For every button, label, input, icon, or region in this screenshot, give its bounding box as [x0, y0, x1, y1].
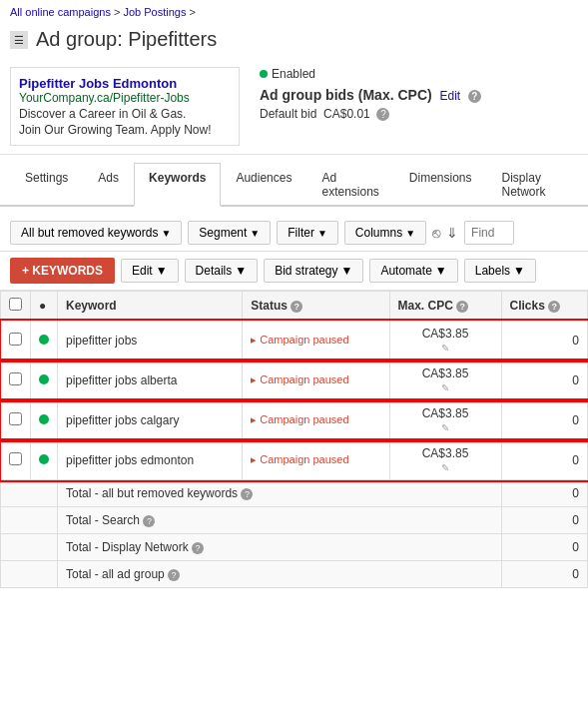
- select-all-checkbox[interactable]: [9, 298, 22, 311]
- bid-strategy-btn[interactable]: Bid strategy ▼: [264, 259, 363, 283]
- header-dot-cell: ●: [31, 292, 58, 321]
- row-checkbox-cell: [1, 400, 31, 440]
- tab-ads[interactable]: Ads: [83, 163, 134, 207]
- cpc-value: CA$3.85: [422, 366, 469, 380]
- cpc-value: CA$3.85: [422, 446, 469, 460]
- row-clicks: 0: [501, 321, 587, 360]
- campaign-paused-label: Campaign paused: [260, 453, 348, 465]
- row-clicks: 0: [501, 400, 587, 440]
- total-empty: [1, 480, 58, 507]
- clicks-header-help-icon[interactable]: ?: [548, 301, 560, 313]
- row-checkbox-cell: [1, 321, 31, 360]
- adgroup-icon: ☰: [10, 31, 28, 49]
- header-checkbox-cell: [1, 292, 31, 321]
- row-dot-cell: [31, 400, 58, 440]
- cpc-edit-icon[interactable]: ✎: [441, 382, 449, 393]
- bid-strategy-caret-icon: ▼: [341, 264, 353, 278]
- total-clicks: 0: [501, 534, 587, 561]
- row-checkbox-cell: [1, 440, 31, 480]
- labels-caret-icon: ▼: [513, 264, 525, 278]
- total-help-icon[interactable]: ?: [241, 488, 253, 500]
- default-bid-help-icon[interactable]: ?: [376, 108, 389, 121]
- breadcrumb-link-job-postings[interactable]: Job Postings: [123, 6, 186, 18]
- enabled-dot: [260, 70, 268, 78]
- segment-btn[interactable]: Segment ▼: [188, 221, 271, 245]
- columns-caret-icon: ▼: [405, 228, 415, 239]
- bids-help-icon[interactable]: ?: [468, 90, 481, 103]
- chart-icon[interactable]: ⎋: [432, 225, 440, 241]
- add-keywords-button[interactable]: + KEYWORDS: [10, 258, 115, 284]
- row-status-dot: [39, 374, 49, 384]
- total-label: Total - all but removed keywords ?: [58, 480, 502, 507]
- total-clicks: 0: [501, 561, 587, 588]
- table-row: pipefitter jobs calgary ▸ Campaign pause…: [1, 400, 588, 440]
- download-icon[interactable]: ⇓: [446, 225, 458, 241]
- cpc-edit-icon[interactable]: ✎: [441, 343, 449, 354]
- total-row: Total - all but removed keywords ? 0: [1, 480, 588, 507]
- status-badge: Enabled: [260, 67, 578, 81]
- breadcrumb-link-campaigns[interactable]: All online campaigns: [10, 6, 111, 18]
- row-checkbox[interactable]: [9, 372, 22, 385]
- bids-default: Default bid CA$0.01 ?: [260, 107, 578, 121]
- ad-preview-desc1: Discover a Career in Oil & Gas.: [19, 107, 231, 121]
- tab-dimensions[interactable]: Dimensions: [394, 163, 487, 207]
- toolbar-row: All but removed keywords ▼ Segment ▼ Fil…: [0, 215, 588, 252]
- nav-tabs: Settings Ads Keywords Audiences Ad exten…: [0, 163, 588, 207]
- header-status: Status ?: [243, 292, 389, 321]
- row-max-cpc: CA$3.85 ✎: [389, 400, 501, 440]
- total-row: Total - Display Network ? 0: [1, 534, 588, 561]
- columns-btn[interactable]: Columns ▼: [344, 221, 426, 245]
- all-but-removed-keywords-btn[interactable]: All but removed keywords ▼: [10, 221, 182, 245]
- header-clicks: Clicks ?: [501, 292, 587, 321]
- automate-caret-icon: ▼: [435, 264, 447, 278]
- tab-ad-extensions[interactable]: Ad extensions: [306, 163, 393, 207]
- keywords-table: ● Keyword Status ? Max. CPC ? Clicks ? p…: [0, 291, 588, 588]
- row-dot-cell: [31, 360, 58, 400]
- pause-icon: ▸: [251, 453, 257, 466]
- cpc-edit-icon[interactable]: ✎: [441, 462, 449, 473]
- row-status-dot: [39, 414, 49, 424]
- row-dot-cell: [31, 321, 58, 360]
- total-clicks: 0: [501, 480, 587, 507]
- automate-btn[interactable]: Automate ▼: [369, 259, 457, 283]
- find-input[interactable]: [464, 221, 514, 245]
- total-help-icon[interactable]: ?: [143, 515, 155, 527]
- row-checkbox-cell: [1, 360, 31, 400]
- row-checkbox[interactable]: [9, 452, 22, 465]
- details-caret-icon: ▼: [235, 264, 247, 278]
- row-status: ▸ Campaign paused: [243, 321, 389, 360]
- cpc-edit-icon[interactable]: ✎: [441, 422, 449, 433]
- tab-keywords[interactable]: Keywords: [134, 163, 221, 207]
- labels-btn[interactable]: Labels ▼: [464, 259, 536, 283]
- pause-icon: ▸: [251, 334, 257, 347]
- row-checkbox[interactable]: [9, 333, 22, 346]
- table-row: pipefitter jobs alberta ▸ Campaign pause…: [1, 360, 588, 400]
- row-clicks: 0: [501, 440, 587, 480]
- total-help-icon[interactable]: ?: [192, 542, 204, 554]
- row-status-dot: [39, 454, 49, 464]
- ad-preview-url: YourCompany.ca/Pipefitter-Jobs: [19, 91, 231, 105]
- row-keyword: pipefitter jobs calgary: [58, 400, 243, 440]
- bids-edit-link[interactable]: Edit: [439, 89, 460, 103]
- row-clicks: 0: [501, 360, 587, 400]
- max-cpc-header-help-icon[interactable]: ?: [456, 301, 468, 313]
- details-btn[interactable]: Details ▼: [185, 259, 259, 283]
- row-checkbox[interactable]: [9, 412, 22, 425]
- tab-display-network[interactable]: Display Network: [487, 163, 578, 207]
- total-row: Total - all ad group ? 0: [1, 561, 588, 588]
- tab-settings[interactable]: Settings: [10, 163, 83, 207]
- total-label: Total - all ad group ?: [58, 561, 502, 588]
- total-empty: [1, 534, 58, 561]
- cpc-value: CA$3.85: [422, 327, 469, 341]
- status-header-help-icon[interactable]: ?: [291, 301, 302, 313]
- segment-caret-icon: ▼: [250, 228, 260, 239]
- header-keyword: Keyword: [58, 292, 243, 321]
- page-title: Ad group: Pipefitters: [36, 28, 217, 51]
- total-help-icon[interactable]: ?: [168, 569, 180, 581]
- tab-audiences[interactable]: Audiences: [221, 163, 306, 207]
- table-row: pipefitter jobs ▸ Campaign paused CA$3.8…: [1, 321, 588, 360]
- row-dot-cell: [31, 440, 58, 480]
- row-keyword: pipefitter jobs alberta: [58, 360, 243, 400]
- filter-btn[interactable]: Filter ▼: [277, 221, 338, 245]
- edit-btn[interactable]: Edit ▼: [121, 259, 179, 283]
